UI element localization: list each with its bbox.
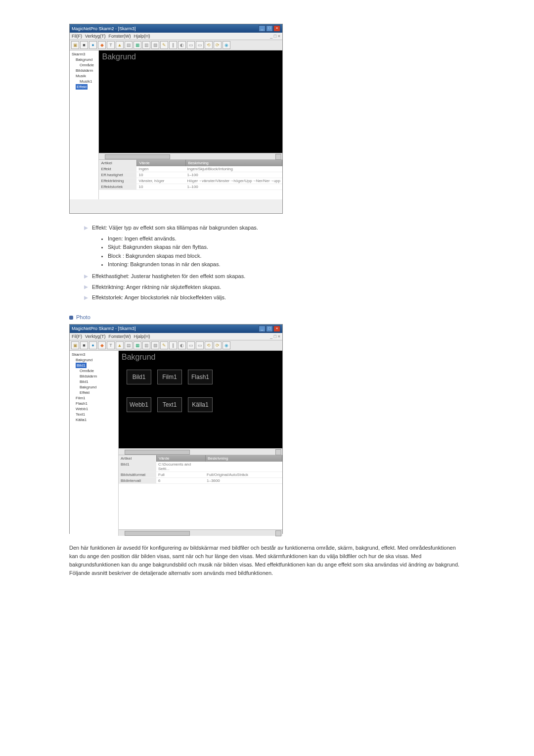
tree-item[interactable]: Bild1 bbox=[71, 379, 117, 384]
menu-tools[interactable]: Verktyg(T) bbox=[85, 334, 106, 339]
canvas-tile[interactable]: Text1 bbox=[157, 397, 182, 412]
toolbar-button[interactable]: ✎ bbox=[160, 41, 168, 49]
maximize-icon[interactable]: □ bbox=[266, 25, 273, 32]
maximize-icon[interactable]: □ bbox=[266, 326, 273, 332]
toolbar-button[interactable]: ▭ bbox=[196, 341, 204, 349]
table-row[interactable]: Bildintervall61–3600 bbox=[119, 478, 282, 484]
horizontal-scrollbar[interactable] bbox=[119, 448, 282, 455]
menu-window[interactable]: Fonster(W) bbox=[109, 334, 131, 339]
toolbar-button[interactable]: ■ bbox=[80, 41, 88, 49]
menu-file[interactable]: Fil(F) bbox=[72, 334, 82, 339]
list-item: Effekt: Väljer typ av effekt som ska til… bbox=[84, 224, 465, 269]
toolbar-button[interactable]: ✎ bbox=[160, 341, 168, 349]
canvas-tile[interactable]: Bild1 bbox=[127, 370, 151, 384]
toolbar-button[interactable]: ▤ bbox=[125, 341, 133, 349]
tree-item[interactable]: Effekt bbox=[71, 390, 117, 395]
tree-panel: Skarm3BakgrundOmrådeBildskärmMusikMusik1… bbox=[70, 50, 99, 199]
horizontal-scrollbar[interactable] bbox=[99, 153, 282, 159]
canvas-area: Bakgrund Bild1 Film1 Flash1 Webb1 Text1 … bbox=[119, 351, 282, 448]
toolbar-button[interactable]: ▲ bbox=[116, 341, 124, 349]
toolbar-button[interactable]: ▥ bbox=[142, 41, 150, 49]
toolbar-button[interactable]: ● bbox=[89, 41, 97, 49]
toolbar-button[interactable]: ⟳ bbox=[214, 341, 222, 349]
table-row[interactable]: BildvisäformatFullFull/Original/AutoSträ… bbox=[119, 472, 282, 478]
toolbar-button[interactable]: ▭ bbox=[187, 341, 195, 349]
toolbar-button[interactable]: T bbox=[107, 41, 115, 49]
toolbar-button[interactable]: ◉ bbox=[222, 341, 230, 349]
tree-item[interactable]: Webb1 bbox=[71, 406, 117, 412]
canvas-tile[interactable]: Film1 bbox=[157, 370, 182, 384]
minimize-icon[interactable]: _ bbox=[259, 25, 266, 32]
toolbar-button[interactable]: ‖ bbox=[169, 341, 177, 349]
toolbar-button[interactable]: T bbox=[107, 341, 115, 349]
toolbar-button[interactable]: ⟲ bbox=[205, 41, 213, 49]
toolbar-button[interactable]: ▦ bbox=[134, 41, 141, 49]
toolbar-button[interactable]: ⟳ bbox=[214, 41, 222, 49]
toolbar-button[interactable]: ▣ bbox=[71, 341, 79, 349]
tree-item[interactable]: Bild1 bbox=[71, 363, 117, 368]
close-icon[interactable]: × bbox=[273, 326, 280, 332]
canvas-tile[interactable]: Webb1 bbox=[127, 397, 151, 412]
toolbar-button[interactable]: ▧ bbox=[151, 41, 159, 49]
tree-item[interactable]: Skarm3 bbox=[71, 352, 117, 357]
tree-item[interactable]: Effekt bbox=[71, 84, 97, 90]
toolbar-button[interactable]: ▤ bbox=[125, 41, 133, 49]
toolbar-button[interactable]: ● bbox=[89, 341, 97, 349]
toolbar-button[interactable]: ‖ bbox=[169, 41, 177, 49]
tree-item[interactable]: Film1 bbox=[71, 395, 117, 401]
toolbar-button[interactable]: ▭ bbox=[187, 41, 195, 49]
toolbar-button[interactable]: ■ bbox=[80, 341, 88, 349]
canvas-tile[interactable]: Källa1 bbox=[188, 397, 213, 412]
table-row[interactable]: EffektIngenIngen/Skjut/Block/Intoning bbox=[99, 166, 282, 172]
menu-file[interactable]: Fil(F) bbox=[72, 34, 82, 39]
toolbar-button[interactable]: ◐ bbox=[178, 341, 186, 349]
toolbar: ▣ ■ ● ◆ T ▲ ▤ ▦ ▥ ▧ ✎ ‖ ◐ ▭ ▭ ⟲ ⟳ ◉ bbox=[70, 40, 282, 50]
mdi-controls: _ □ × bbox=[270, 34, 280, 39]
toolbar-button[interactable]: ⟲ bbox=[205, 341, 213, 349]
menu-tools[interactable]: Verktyg(T) bbox=[85, 34, 106, 39]
toolbar-button[interactable]: ◐ bbox=[178, 41, 186, 49]
list-item: Block : Bakgrunden skapas med block. bbox=[108, 252, 465, 261]
toolbar-button[interactable]: ◆ bbox=[98, 41, 106, 49]
table-row[interactable]: Eff.hastighet101–100 bbox=[99, 172, 282, 178]
tree-item[interactable]: Bildskärm bbox=[71, 374, 117, 379]
toolbar-button[interactable]: ◉ bbox=[222, 41, 230, 49]
col-header: Värde bbox=[157, 455, 206, 462]
canvas-tile[interactable]: Flash1 bbox=[188, 370, 213, 384]
list-item: Skjut: Bakgrunden skapas när den flyttas… bbox=[108, 243, 465, 252]
tree-item[interactable]: Bakgrund bbox=[71, 57, 97, 62]
tree-item[interactable]: Källa1 bbox=[71, 417, 117, 423]
menu-window[interactable]: Fonster(W) bbox=[109, 34, 131, 39]
tree-item[interactable]: Bildskärm bbox=[71, 68, 97, 73]
col-header: Artikel bbox=[119, 455, 157, 462]
tree-item[interactable]: Flash1 bbox=[71, 401, 117, 406]
menu-help[interactable]: Hjalp(H) bbox=[134, 334, 150, 339]
table-row[interactable]: EffektriktningVänster, högerHöger→vänste… bbox=[99, 178, 282, 184]
toolbar-button[interactable]: ◆ bbox=[98, 341, 106, 349]
toolbar-button[interactable]: ▧ bbox=[151, 341, 159, 349]
tree-item[interactable]: Musik bbox=[71, 73, 97, 79]
minimize-icon[interactable]: _ bbox=[259, 326, 266, 332]
list-item: Ingen: Ingen effekt används. bbox=[108, 235, 465, 243]
table-row[interactable]: Effektstorlek101–100 bbox=[99, 184, 282, 190]
tree-item[interactable]: Musik1 bbox=[71, 79, 97, 84]
horizontal-scrollbar[interactable] bbox=[119, 529, 282, 536]
toolbar-button[interactable]: ▦ bbox=[134, 341, 141, 349]
mdi-controls: _ □ × bbox=[270, 334, 280, 339]
toolbar-button[interactable]: ▥ bbox=[142, 341, 150, 349]
canvas-area: Bakgrund bbox=[99, 50, 282, 153]
tree-item[interactable]: Skarm3 bbox=[71, 51, 97, 57]
tree-item[interactable]: Bakgrund bbox=[71, 384, 117, 390]
toolbar-button[interactable]: ▣ bbox=[71, 41, 79, 49]
table-row[interactable]: Bild1C:\Documents and Setti... bbox=[119, 462, 282, 472]
tree-panel: Skarm3BakgrundBild1OmrådeBildskärmBild1B… bbox=[70, 351, 119, 536]
toolbar-button[interactable]: ▲ bbox=[116, 41, 124, 49]
tree-item[interactable]: Text1 bbox=[71, 412, 117, 417]
menu-help[interactable]: Hjalp(H) bbox=[134, 34, 150, 39]
tree-item[interactable]: Område bbox=[71, 62, 97, 68]
tree-item[interactable]: Bakgrund bbox=[71, 357, 117, 363]
toolbar-button[interactable]: ▭ bbox=[196, 41, 204, 49]
close-icon[interactable]: × bbox=[273, 25, 280, 32]
window-title: MagicNetPro Skarm2 - [Skarm3] bbox=[72, 26, 136, 31]
tree-item[interactable]: Område bbox=[71, 368, 117, 374]
